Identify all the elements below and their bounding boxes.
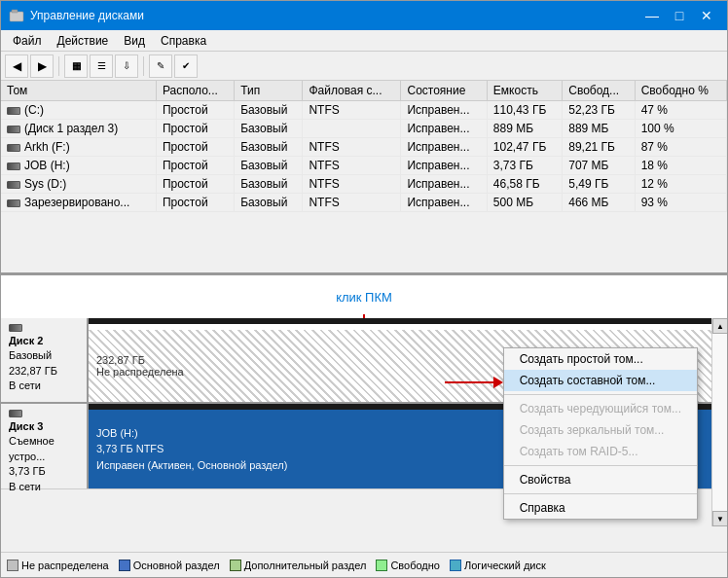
arrow-horiz-line	[445, 381, 493, 383]
close-button[interactable]: ✕	[694, 3, 719, 28]
cell-free: 466 МБ	[563, 194, 635, 212]
volume-table: Том Располо... Тип Файловая с... Состоян…	[1, 81, 727, 212]
cell-status: Исправен...	[401, 175, 487, 194]
ctx-create-raid5: Создать том RAID-5...	[504, 441, 697, 462]
cell-fs	[303, 120, 401, 138]
scroll-down-button[interactable]: ▼	[712, 511, 727, 526]
menu-action[interactable]: Действие	[50, 32, 117, 50]
toolbar-btn-1[interactable]: ▦	[64, 54, 88, 78]
col-header-type: Тип	[235, 81, 303, 101]
cell-fs: NTFS	[303, 194, 401, 212]
cell-name: Зарезервировано...	[1, 194, 156, 212]
cell-free-pct: 18 %	[635, 157, 726, 175]
cell-name: Arkh (F:)	[1, 138, 156, 157]
toolbar-separator-2	[143, 56, 144, 76]
toolbar-btn-2[interactable]: ☰	[90, 54, 113, 78]
main-content: Том Располо... Тип Файловая с... Состоян…	[1, 81, 727, 577]
cell-location: Простой	[156, 138, 234, 157]
cell-type: Базовый	[235, 101, 303, 120]
table-row[interactable]: (C:) Простой Базовый NTFS Исправен... 11…	[1, 101, 727, 120]
cell-name: JOB (H:)	[1, 157, 156, 175]
bottom-scrollbar: ▲ ▼	[711, 318, 727, 526]
legend-item: Основной раздел	[119, 560, 220, 571]
menu-bar: Файл Действие Вид Справка	[1, 30, 727, 52]
cell-status: Исправен...	[401, 101, 487, 120]
cell-free: 707 МБ	[563, 157, 635, 175]
cell-free: 52,23 ГБ	[563, 101, 635, 120]
scroll-up-button[interactable]: ▲	[712, 318, 727, 334]
table-row[interactable]: Arkh (F:) Простой Базовый NTFS Исправен.…	[1, 138, 727, 157]
disk2-size: 232,87 ГБ	[9, 364, 79, 379]
menu-file[interactable]: Файл	[5, 32, 50, 50]
cell-capacity: 889 МБ	[487, 120, 562, 138]
cell-fs: NTFS	[303, 157, 401, 175]
context-menu: Создать простой том... Создать составной…	[503, 347, 698, 520]
ctx-create-simple[interactable]: Создать простой том...	[504, 348, 697, 370]
forward-button[interactable]: ▶	[30, 54, 54, 78]
ctx-separator-2	[504, 465, 697, 466]
cell-capacity: 500 МБ	[487, 194, 562, 212]
toolbar-btn-4[interactable]: ✎	[149, 54, 172, 78]
maximize-button[interactable]: □	[667, 3, 692, 28]
cell-free: 889 МБ	[563, 120, 635, 138]
legend-label: Дополнительный раздел	[244, 560, 367, 571]
col-header-free: Свобод...	[563, 81, 635, 101]
cell-capacity: 102,47 ГБ	[487, 138, 562, 157]
toolbar-btn-5[interactable]: ✔	[174, 54, 198, 78]
legend-color-box	[450, 560, 461, 571]
svg-rect-0	[10, 12, 23, 21]
cell-free-pct: 100 %	[635, 120, 726, 138]
hint-area: клик ПКМ	[1, 275, 727, 318]
cell-name: (Диск 1 раздел 3)	[1, 120, 156, 138]
table-row[interactable]: JOB (H:) Простой Базовый NTFS Исправен..…	[1, 157, 727, 175]
disk2-name: Диск 2	[9, 334, 79, 348]
legend-color-box	[376, 560, 387, 571]
minimize-button[interactable]: —	[639, 3, 665, 28]
legend-label: Свободно	[390, 560, 440, 571]
ctx-separator-3	[504, 493, 697, 494]
window-icon	[9, 8, 24, 23]
disk2-type: Базовый	[9, 348, 79, 363]
cell-fs: NTFS	[303, 175, 401, 194]
menu-help[interactable]: Справка	[153, 32, 214, 50]
legend-color-box	[7, 560, 18, 571]
ctx-properties[interactable]: Свойства	[504, 469, 697, 490]
ctx-create-spanned[interactable]: Создать составной том...	[504, 370, 697, 391]
cell-free-pct: 47 %	[635, 101, 726, 120]
disk-visual-panel: Диск 2 Базовый 232,87 ГБ В сети 232,87 Г…	[1, 318, 727, 552]
disk2-status: В сети	[9, 379, 79, 393]
table-row[interactable]: Sys (D:) Простой Базовый NTFS Исправен..…	[1, 175, 727, 194]
svg-rect-1	[12, 10, 18, 13]
menu-view[interactable]: Вид	[116, 32, 153, 50]
cell-free: 5,49 ГБ	[563, 175, 635, 194]
cell-type: Базовый	[235, 194, 303, 212]
scroll-track	[712, 334, 727, 511]
disk3-size: 3,73 ГБ	[9, 464, 79, 479]
ctx-help[interactable]: Справка	[504, 497, 697, 519]
cell-location: Простой	[156, 101, 234, 120]
legend-color-box	[230, 560, 241, 571]
ctx-create-striped: Создать чередующийся том...	[504, 398, 697, 419]
cell-location: Простой	[156, 157, 234, 175]
legend-bar: Не распределенаОсновной разделДополнител…	[1, 552, 727, 577]
cell-free-pct: 93 %	[635, 194, 726, 212]
cell-status: Исправен...	[401, 120, 487, 138]
cell-location: Простой	[156, 120, 234, 138]
back-button[interactable]: ◀	[5, 54, 28, 78]
disk3-icon	[9, 410, 22, 417]
table-row[interactable]: Зарезервировано... Простой Базовый NTFS …	[1, 194, 727, 212]
cell-capacity: 110,43 ГБ	[487, 101, 562, 120]
ctx-create-mirror: Создать зеркальный том...	[504, 419, 697, 441]
legend-item: Дополнительный раздел	[230, 560, 367, 571]
cell-type: Базовый	[235, 175, 303, 194]
cell-status: Исправен...	[401, 138, 487, 157]
cell-free: 89,21 ГБ	[563, 138, 635, 157]
click-hint-text: клик ПКМ	[336, 290, 392, 305]
toolbar-btn-3[interactable]: ⇩	[115, 54, 138, 78]
window-title: Управление дисками	[30, 9, 639, 22]
legend-label: Логический диск	[464, 560, 546, 571]
arrow-horiz-head	[493, 377, 503, 388]
cell-capacity: 46,58 ГБ	[487, 175, 562, 194]
table-row[interactable]: (Диск 1 раздел 3) Простой Базовый Исправ…	[1, 120, 727, 138]
cell-capacity: 3,73 ГБ	[487, 157, 562, 175]
